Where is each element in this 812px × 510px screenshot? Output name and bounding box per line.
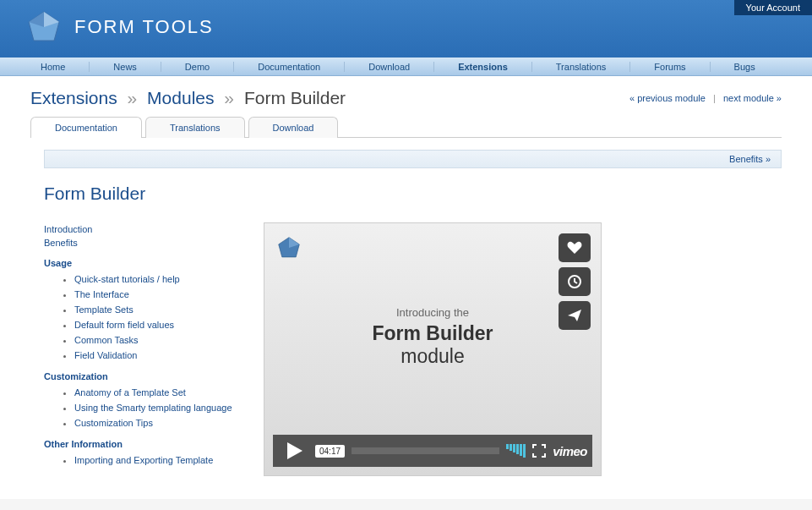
sidebar-link[interactable]: Field Validation [74,348,238,362]
list-item: Customization Tips [74,415,238,430]
like-button[interactable] [559,233,591,262]
video-title-overlay: Introducing the Form Builder module [349,306,517,368]
share-icon [567,309,582,322]
watch-later-button[interactable] [559,267,591,296]
share-button[interactable] [559,301,591,330]
list-item: Importing and Exporting Template [74,452,238,468]
sidebar-link[interactable]: Default form field values [74,318,238,332]
heart-icon [567,241,582,255]
list-item: Default form field values [74,317,238,332]
page-title: Form Builder [44,184,782,204]
breadcrumb: Extensions » Modules » Form Builder [30,88,346,108]
header: Your Account FORM TOOLS [0,0,812,58]
sidebar-link[interactable]: Introduction [44,222,238,236]
sidebar-link[interactable]: Template Sets [74,303,238,316]
nav-download[interactable]: Download [345,62,434,72]
tab-translations[interactable]: Translations [145,117,245,138]
tabs: DocumentationTranslationsDownload [30,117,782,138]
previous-module-link[interactable]: « previous module [629,93,706,103]
nav-home[interactable]: Home [17,62,90,72]
breadcrumb-current: Form Builder [244,88,346,107]
logo-icon [25,8,63,46]
nav-documentation[interactable]: Documentation [234,62,345,72]
sidebar-section-list: Anatomy of a Template SetUsing the Smart… [44,385,238,430]
nav-forums[interactable]: Forums [630,62,710,72]
list-item: Anatomy of a Template Set [74,385,238,400]
module-nav: « previous module | next module » [629,93,782,103]
clock-icon [567,274,582,289]
vimeo-logo[interactable]: vimeo [553,444,587,458]
sidebar-section-list: Quick-start tutorials / helpThe Interfac… [44,271,238,363]
sidebar-nav: IntroductionBenefitsUsageQuick-start tut… [44,222,238,476]
breadcrumb-modules[interactable]: Modules [147,88,214,107]
fullscreen-icon[interactable] [532,444,546,458]
list-item: Common Tasks [74,332,238,348]
list-item: Using the Smarty templating language [74,400,238,415]
account-link[interactable]: Your Account [734,0,812,15]
svg-marker-6 [287,442,302,459]
tab-download[interactable]: Download [248,117,339,138]
tab-content: Benefits » Form Builder IntroductionBene… [30,137,782,476]
sidebar-link[interactable]: Customization Tips [74,416,238,430]
nav-extensions[interactable]: Extensions [434,62,532,72]
list-item: The Interface [74,287,238,302]
play-icon [287,442,302,459]
sidebar-link[interactable]: Quick-start tutorials / help [74,272,238,286]
logo-area[interactable]: FORM TOOLS [0,0,812,54]
video-logo-icon [276,235,302,260]
content: Extensions » Modules » Form Builder « pr… [0,76,812,499]
nav-news[interactable]: News [90,62,161,72]
nav-translations[interactable]: Translations [532,62,631,72]
sidebar-link[interactable]: Common Tasks [74,333,238,347]
list-item: Template Sets [74,302,238,317]
video-player[interactable]: Introducing the Form Builder module 04:1… [264,222,602,476]
video-duration: 04:17 [315,445,345,458]
breadcrumb-extensions[interactable]: Extensions [30,88,117,107]
main-nav: HomeNewsDemoDocumentationDownloadExtensi… [0,58,812,76]
progress-bar[interactable] [352,447,499,454]
sidebar-link[interactable]: The Interface [74,288,238,301]
volume-control[interactable] [506,444,526,458]
sidebar-link[interactable]: Anatomy of a Template Set [74,386,238,399]
sidebar-link[interactable]: Benefits [44,236,238,250]
benefits-bar[interactable]: Benefits » [44,150,782,168]
logo-text: FORM TOOLS [74,16,214,38]
nav-bugs[interactable]: Bugs [711,62,779,72]
list-item: Quick-start tutorials / help [74,271,238,287]
nav-demo[interactable]: Demo [161,62,234,72]
sidebar-section-head: Usage [44,255,238,271]
sidebar-section-head: Customization [44,368,238,385]
tab-documentation[interactable]: Documentation [30,117,142,138]
sidebar-section-list: Importing and Exporting Template [44,452,238,468]
play-button[interactable] [278,438,312,463]
sidebar-section-head: Other Information [44,436,238,452]
list-item: Field Validation [74,348,238,363]
sidebar-link[interactable]: Importing and Exporting Template [74,453,238,467]
video-action-buttons [559,233,591,330]
video-controls: 04:17 vimeo [273,435,592,467]
sidebar-link[interactable]: Using the Smarty templating language [74,401,238,414]
next-module-link[interactable]: next module » [723,93,782,103]
